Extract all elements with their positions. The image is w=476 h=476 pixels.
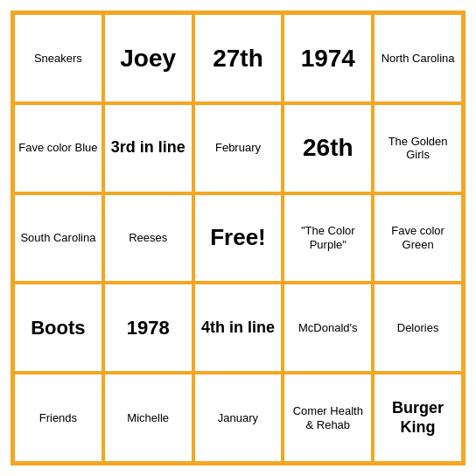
cell-r2c2: Free! xyxy=(193,193,284,284)
cell-r0c2: 27th xyxy=(193,13,284,103)
cell-r1c1: 3rd in line xyxy=(103,103,193,193)
cell-r3c1: 1978 xyxy=(103,283,193,373)
bingo-card: SneakersJoey27th1974North CarolinaFave c… xyxy=(10,10,466,466)
cell-r0c1: Joey xyxy=(103,13,193,103)
cell-r1c2: February xyxy=(193,103,284,193)
cell-r2c4: Fave color Green xyxy=(373,193,463,284)
cell-r4c0: Friends xyxy=(13,373,103,463)
cell-r3c3: McDonald's xyxy=(283,283,373,373)
cell-r4c3: Comer Health & Rehab xyxy=(283,373,373,463)
cell-r4c2: January xyxy=(193,373,284,463)
cell-r1c4: The Golden Girls xyxy=(373,103,463,193)
cell-r4c1: Michelle xyxy=(103,373,193,463)
cell-r0c3: 1974 xyxy=(283,13,373,103)
cell-r2c1: Reeses xyxy=(103,193,193,284)
cell-r3c0: Boots xyxy=(13,283,103,373)
cell-r2c0: South Carolina xyxy=(13,193,103,284)
cell-r0c0: Sneakers xyxy=(13,13,103,103)
cell-r4c4: Burger King xyxy=(373,373,463,463)
cell-r1c0: Fave color Blue xyxy=(13,103,103,193)
cell-r3c4: Delories xyxy=(373,283,463,373)
cell-r1c3: 26th xyxy=(283,103,373,193)
cell-r2c3: "The Color Purple" xyxy=(283,193,373,284)
cell-r3c2: 4th in line xyxy=(193,283,284,373)
cell-r0c4: North Carolina xyxy=(373,13,463,103)
